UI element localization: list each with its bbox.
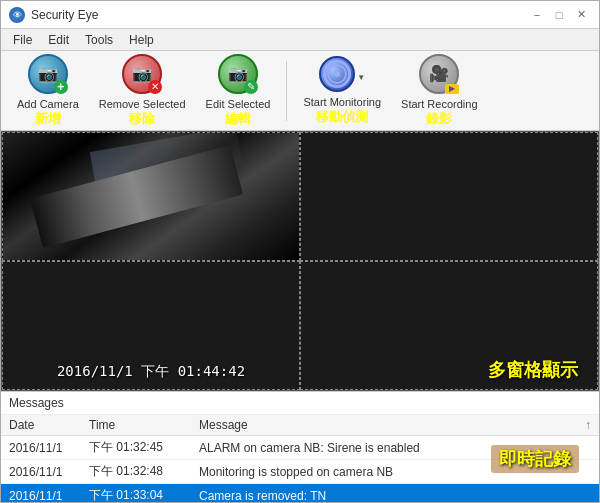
cell-message: Camera is removed: TN <box>191 484 599 503</box>
window-title: Security Eye <box>31 8 98 22</box>
cell-date: 2016/11/1 <box>1 436 81 460</box>
monitoring-dropdown-arrow[interactable]: ▼ <box>357 73 365 82</box>
add-camera-button[interactable]: 📷 Add Camera 新增 <box>9 50 87 132</box>
add-camera-label-cn: 新增 <box>35 110 61 128</box>
toolbar-separator-1 <box>286 61 287 121</box>
edit-selected-label: Edit Selected <box>206 98 271 110</box>
menu-bar: File Edit Tools Help <box>1 29 599 51</box>
start-monitoring-icon <box>319 56 355 92</box>
menu-file[interactable]: File <box>5 31 40 49</box>
col-time[interactable]: Time <box>81 415 191 436</box>
start-recording-icon: 🎥 <box>419 54 459 94</box>
start-monitoring-label: Start Monitoring <box>303 96 381 108</box>
timestamp-display: 2016/11/1 下午 01:44:42 <box>57 363 245 381</box>
menu-tools[interactable]: Tools <box>77 31 121 49</box>
messages-header: Messages <box>1 392 599 415</box>
maximize-button[interactable]: □ <box>549 5 569 25</box>
edit-selected-label-cn: 編輯 <box>225 110 251 128</box>
messages-panel: Messages Date Time Message ↑ 2016/11/1 下… <box>1 391 599 502</box>
start-recording-label-cn: 錄影 <box>426 110 452 128</box>
video-cell-bottom-left: 2016/11/1 下午 01:44:42 <box>2 261 300 390</box>
cell-date: 2016/11/1 <box>1 460 81 484</box>
multi-view-label: 多窗格顯示 <box>488 358 578 382</box>
title-bar-left: 👁 Security Eye <box>9 7 98 23</box>
remove-selected-button[interactable]: 📷 Remove Selected 移除 <box>91 50 194 132</box>
app-icon: 👁 <box>9 7 25 23</box>
table-row[interactable]: 2016/11/1 下午 01:33:04 Camera is removed:… <box>1 484 599 503</box>
remove-glyph: 📷 <box>132 64 152 83</box>
realtime-badge: 即時記錄 <box>491 445 579 473</box>
edit-glyph: 📷 <box>228 64 248 83</box>
minimize-button[interactable]: − <box>527 5 547 25</box>
remove-selected-label: Remove Selected <box>99 98 186 110</box>
cell-time: 下午 01:33:04 <box>81 484 191 503</box>
target-icon <box>323 60 351 88</box>
start-recording-button[interactable]: 🎥 Start Recording 錄影 <box>393 50 485 132</box>
sort-icon: ↑ <box>585 418 591 432</box>
toolbar: 📷 Add Camera 新增 📷 Remove Selected 移除 📷 <box>1 51 599 131</box>
video-cell-top-right <box>300 132 598 261</box>
cell-date: 2016/11/1 <box>1 484 81 503</box>
app-window: 👁 Security Eye − □ ✕ File Edit Tools Hel… <box>0 0 600 503</box>
recording-glyph: 🎥 <box>429 64 449 83</box>
title-bar: 👁 Security Eye − □ ✕ <box>1 1 599 29</box>
edit-selected-icon: 📷 <box>218 54 258 94</box>
camera-glyph: 📷 <box>38 64 58 83</box>
target-dot <box>334 71 340 77</box>
remove-selected-label-cn: 移除 <box>129 110 155 128</box>
edit-selected-button[interactable]: 📷 Edit Selected 編輯 <box>198 50 279 132</box>
start-monitoring-label-cn: 移動偵測 <box>316 108 368 126</box>
start-monitoring-button[interactable]: ▼ Start Monitoring 移動偵測 <box>295 52 389 130</box>
empty-feed-top-right <box>301 133 597 260</box>
cell-time: 下午 01:32:48 <box>81 460 191 484</box>
start-recording-label: Start Recording <box>401 98 477 110</box>
add-camera-icon: 📷 <box>28 54 68 94</box>
col-date[interactable]: Date <box>1 415 81 436</box>
cell-time: 下午 01:32:45 <box>81 436 191 460</box>
menu-help[interactable]: Help <box>121 31 162 49</box>
title-bar-controls: − □ ✕ <box>527 5 591 25</box>
remove-selected-icon: 📷 <box>122 54 162 94</box>
video-grid: 2016/11/1 下午 01:44:42 多窗格顯示 <box>1 131 599 391</box>
menu-edit[interactable]: Edit <box>40 31 77 49</box>
close-button[interactable]: ✕ <box>571 5 591 25</box>
col-message[interactable]: Message ↑ <box>191 415 599 436</box>
add-camera-label: Add Camera <box>17 98 79 110</box>
video-cell-top-left <box>2 132 300 261</box>
